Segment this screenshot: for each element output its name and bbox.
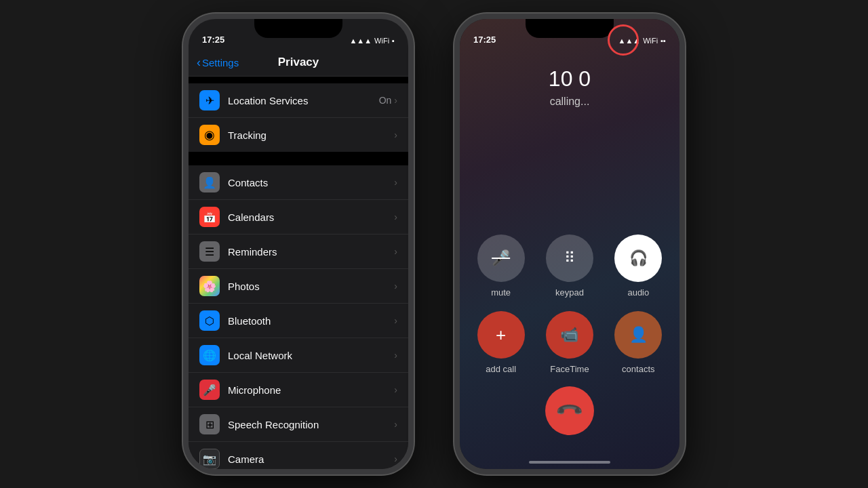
- audio-icon: 🎧: [629, 249, 648, 267]
- reminders-row[interactable]: ☰ Reminders ›: [189, 235, 408, 269]
- calendars-chevron-icon: ›: [394, 211, 397, 222]
- contacts-call-icon: 👤: [629, 326, 648, 344]
- local-network-row[interactable]: 🌐 Local Network ›: [189, 338, 408, 373]
- top-settings-section: ✈ Location Services On › ◉ Tracking ›: [189, 83, 408, 152]
- reminders-chevron-icon: ›: [394, 246, 397, 257]
- wifi-icon: WiFi: [374, 37, 389, 45]
- reminders-icon: ☰: [199, 241, 220, 262]
- call-wifi-icon: WiFi: [643, 37, 658, 45]
- contacts-chevron-icon: ›: [394, 177, 397, 188]
- main-settings-section: 👤 Contacts › 📅 Calendars › ☰ Reminders ›…: [189, 165, 408, 469]
- call-screen: 17:25 ▲▲▲ WiFi ▪▪ 10 0 calling... 🎤 mute: [460, 19, 679, 469]
- local-network-label: Local Network: [228, 350, 394, 361]
- tracking-row[interactable]: ◉ Tracking ›: [189, 118, 408, 152]
- microphone-row[interactable]: 🎤 Microphone ›: [189, 373, 408, 407]
- back-chevron-icon: ‹: [197, 56, 201, 70]
- status-icons-settings: ▲▲▲ WiFi ▪: [349, 37, 395, 45]
- location-chevron-icon: ›: [394, 95, 397, 106]
- back-label: Settings: [202, 57, 239, 68]
- photos-row[interactable]: 🌸 Photos ›: [189, 269, 408, 304]
- mute-button[interactable]: 🎤 mute: [473, 235, 528, 298]
- call-status-time: 17:25: [473, 19, 496, 45]
- battery-icon: ▪: [392, 37, 395, 45]
- status-time-settings: 17:25: [202, 35, 224, 45]
- bluetooth-row[interactable]: ⬡ Bluetooth ›: [189, 304, 408, 338]
- call-status-text: calling...: [460, 96, 679, 108]
- bluetooth-icon: ⬡: [199, 310, 220, 331]
- local-network-chevron-icon: ›: [394, 350, 397, 361]
- contacts-call-button[interactable]: 👤 contacts: [611, 311, 666, 374]
- mute-icon: 🎤: [492, 249, 510, 267]
- location-services-row[interactable]: ✈ Location Services On ›: [189, 83, 408, 118]
- speech-recognition-row[interactable]: ⊞ Speech Recognition ›: [189, 407, 408, 442]
- facetime-button[interactable]: 📹 FaceTime: [542, 311, 597, 374]
- nav-bar: ‹ Settings Privacy: [189, 49, 408, 77]
- speech-recognition-chevron-icon: ›: [394, 419, 397, 430]
- mute-label: mute: [491, 287, 511, 298]
- photos-label: Photos: [228, 281, 394, 292]
- audio-button[interactable]: 🎧 audio: [611, 235, 666, 298]
- nav-title: Privacy: [278, 56, 319, 69]
- microphone-label: Microphone: [228, 384, 394, 396]
- facetime-circle: 📹: [546, 311, 593, 359]
- calendars-row[interactable]: 📅 Calendars ›: [189, 200, 408, 235]
- call-notch: [526, 19, 614, 38]
- add-call-icon: +: [496, 325, 506, 346]
- keypad-label: keypad: [555, 287, 584, 298]
- calendars-icon: 📅: [199, 207, 220, 227]
- tracking-label: Tracking: [228, 129, 394, 141]
- signal-icon: ▲▲▲: [349, 37, 372, 45]
- keypad-circle: ⠿: [546, 235, 593, 282]
- microphone-icon: 🎤: [199, 380, 220, 400]
- camera-chevron-icon: ›: [394, 453, 397, 464]
- tracking-chevron-icon: ›: [394, 129, 397, 140]
- photos-icon: 🌸: [199, 276, 220, 296]
- tracking-icon: ◉: [199, 125, 220, 145]
- section-divider-1: [189, 152, 408, 159]
- notch: [254, 19, 342, 38]
- audio-label: audio: [627, 287, 649, 298]
- contacts-icon: 👤: [199, 172, 220, 192]
- call-buttons-grid: 🎤 mute ⠿ keypad 🎧 audio: [473, 235, 666, 374]
- camera-icon: 📷: [199, 449, 220, 469]
- location-services-label: Location Services: [228, 95, 379, 106]
- reminders-label: Reminders: [228, 246, 394, 258]
- phone-call: 17:25 ▲▲▲ WiFi ▪▪ 10 0 calling... 🎤 mute: [454, 14, 685, 474]
- add-call-button[interactable]: + add call: [473, 311, 528, 374]
- keypad-button[interactable]: ⠿ keypad: [542, 235, 597, 298]
- add-call-label: add call: [486, 364, 516, 374]
- facetime-icon: 📹: [560, 326, 578, 344]
- contacts-label: Contacts: [228, 177, 394, 188]
- local-network-icon: 🌐: [199, 345, 220, 365]
- camera-label: Camera: [228, 453, 394, 465]
- bluetooth-chevron-icon: ›: [394, 315, 397, 326]
- calendars-label: Calendars: [228, 211, 394, 223]
- keypad-icon: ⠿: [564, 249, 575, 267]
- settings-screen[interactable]: ‹ Settings Privacy ✈ Location Services O…: [189, 49, 408, 469]
- speech-recognition-icon: ⊞: [199, 414, 220, 434]
- call-status-icons: ▲▲▲ WiFi ▪▪: [618, 19, 666, 45]
- home-indicator: [529, 461, 610, 464]
- facetime-label: FaceTime: [550, 364, 589, 374]
- bluetooth-label: Bluetooth: [228, 315, 394, 327]
- phone-settings: 17:25 ▲▲▲ WiFi ▪ ‹ Settings Privacy ✈ Lo…: [183, 14, 414, 474]
- end-call-button[interactable]: 📞: [545, 386, 594, 435]
- call-signal-icon: ▲▲▲: [618, 37, 641, 45]
- back-button[interactable]: ‹ Settings: [197, 56, 239, 70]
- location-icon: ✈: [199, 90, 220, 110]
- call-battery-icon: ▪▪: [660, 37, 666, 45]
- contacts-call-label: contacts: [622, 364, 654, 374]
- contacts-circle: 👤: [614, 311, 662, 359]
- mute-circle: 🎤: [477, 235, 525, 282]
- microphone-chevron-icon: ›: [394, 384, 397, 395]
- speech-recognition-label: Speech Recognition: [228, 419, 394, 430]
- add-call-circle: +: [477, 311, 525, 359]
- camera-row[interactable]: 📷 Camera ›: [189, 442, 408, 469]
- end-call-icon: 📞: [555, 396, 585, 426]
- contacts-row[interactable]: 👤 Contacts ›: [189, 165, 408, 200]
- photos-chevron-icon: ›: [394, 281, 397, 291]
- location-services-value: On: [379, 95, 392, 106]
- audio-circle: 🎧: [614, 235, 662, 282]
